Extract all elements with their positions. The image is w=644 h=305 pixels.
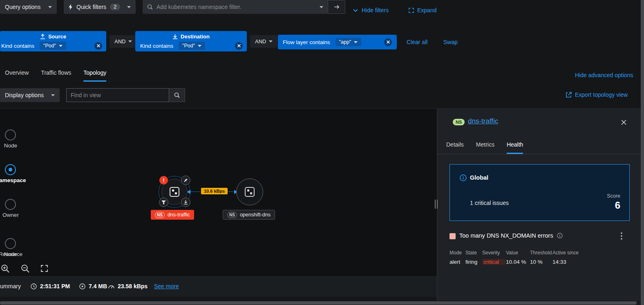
hide-filters-link[interactable]: Hide filters bbox=[353, 7, 389, 13]
info-icon[interactable] bbox=[557, 233, 563, 238]
node-label-dns-traffic[interactable]: NS dns-traffic bbox=[151, 210, 194, 220]
and-operator-dropdown-1[interactable]: AND bbox=[110, 35, 137, 48]
node-pin-badge[interactable] bbox=[181, 176, 190, 185]
flow-layer-value-chip[interactable]: "app" bbox=[335, 38, 362, 46]
close-panel-button[interactable] bbox=[621, 120, 626, 125]
capture-time-value: 2:51:31 PM bbox=[40, 283, 70, 289]
pin-icon bbox=[183, 178, 188, 183]
quick-filters-label: Quick filters bbox=[76, 4, 106, 10]
scope-node-label: Node bbox=[0, 142, 35, 149]
display-options-dropdown[interactable]: Display options bbox=[0, 88, 60, 102]
fit-to-screen-button[interactable] bbox=[41, 265, 48, 272]
caret-down-icon bbox=[269, 40, 273, 42]
clock-icon bbox=[31, 283, 37, 289]
alert-title-row: Too many DNS NX_DOMAIN errors bbox=[459, 232, 563, 239]
find-search-button[interactable] bbox=[169, 88, 185, 102]
and-operator-dropdown-2[interactable]: AND bbox=[250, 35, 277, 48]
col-active-since: Active since bbox=[552, 250, 589, 256]
tab-traffic-flows[interactable]: Traffic flows bbox=[41, 69, 71, 82]
search-icon bbox=[147, 4, 153, 10]
scope-namespace-step[interactable] bbox=[5, 164, 16, 175]
filter-icon bbox=[161, 200, 166, 205]
node-label-openshift-dns[interactable]: NS openshift-dns bbox=[223, 210, 275, 220]
find-in-view-input[interactable] bbox=[66, 88, 169, 102]
source-field-label: Kind contains bbox=[1, 43, 34, 49]
caret-down-icon[interactable] bbox=[320, 6, 323, 8]
severity-swatch bbox=[449, 233, 456, 239]
panel-title-link[interactable]: dns-traffic bbox=[468, 117, 498, 125]
global-health-card: Global 1 critical issues Score 6 bbox=[449, 164, 630, 221]
scope-owner-label: Owner bbox=[0, 212, 35, 218]
display-options-label: Display options bbox=[5, 92, 44, 98]
panel-resize-handle[interactable] bbox=[435, 200, 438, 209]
node-alert-badge[interactable]: ! bbox=[159, 176, 168, 185]
remove-destination-filter-button[interactable] bbox=[235, 42, 243, 50]
destination-field-label: Kind contains bbox=[140, 43, 173, 49]
and-label: AND bbox=[114, 38, 125, 45]
speedometer-icon bbox=[108, 283, 114, 289]
summary-label-wrap: Summary bbox=[0, 283, 21, 289]
tab-details[interactable]: Details bbox=[446, 141, 464, 154]
tab-overview[interactable]: Overview bbox=[5, 69, 29, 82]
capture-time: 2:51:31 PM bbox=[31, 283, 70, 289]
apply-filter-button[interactable] bbox=[328, 0, 345, 14]
quick-filters-dropdown[interactable]: Quick filters 2 bbox=[64, 0, 136, 14]
caret-down-icon bbox=[51, 94, 55, 96]
destination-icon bbox=[172, 34, 178, 39]
hide-advanced-options-link[interactable]: Hide advanced options bbox=[575, 72, 633, 78]
col-mode: Mode bbox=[449, 250, 465, 256]
swap-filters-link[interactable]: Swap bbox=[443, 39, 458, 45]
scope-owner-step[interactable] bbox=[5, 199, 16, 210]
exclamation-icon: ! bbox=[163, 177, 164, 183]
remove-source-filter-button[interactable] bbox=[94, 42, 102, 50]
alert-threshold: 10 % bbox=[530, 259, 552, 265]
export-topology-link[interactable]: Export topology view bbox=[566, 91, 628, 98]
global-card-title: Global bbox=[470, 174, 488, 181]
flow-layer-filter-group: Flow layer contains "app" bbox=[278, 35, 397, 49]
destination-value-chip[interactable]: "Pod" bbox=[179, 42, 205, 50]
source-value: "Pod" bbox=[43, 43, 56, 49]
tab-health[interactable]: Health bbox=[507, 141, 523, 154]
critical-issues-text: 1 critical issues bbox=[470, 200, 509, 206]
tab-topology[interactable]: Topology bbox=[83, 69, 106, 82]
namespace-badge: NS bbox=[227, 212, 237, 218]
alert-mode: alert bbox=[449, 259, 465, 265]
source-filter-group: Source Kind contains "Pod" bbox=[0, 31, 106, 51]
caret-down-icon bbox=[198, 45, 201, 47]
summary-status-bar: Summary 2:51:31 PM 7.4 MB 23.58 kBps See… bbox=[0, 276, 437, 297]
info-icon bbox=[460, 174, 467, 181]
node-step-into-badge[interactable] bbox=[181, 198, 190, 207]
scope-namespace-label: Namespace bbox=[0, 177, 35, 183]
horizontal-scrollbar[interactable] bbox=[0, 301, 641, 305]
node-openshift-dns[interactable] bbox=[236, 178, 263, 205]
caret-down-icon bbox=[127, 6, 131, 8]
kebab-menu-button[interactable] bbox=[618, 232, 625, 240]
zoom-in-button[interactable] bbox=[1, 264, 9, 273]
namespace-filter-search[interactable] bbox=[143, 0, 328, 14]
col-value: Value bbox=[506, 250, 530, 256]
expand-link[interactable]: Expand bbox=[409, 7, 436, 13]
zoom-out-button[interactable] bbox=[21, 264, 29, 273]
panel-tabs-divider bbox=[437, 154, 641, 154]
expand-icon bbox=[409, 8, 414, 13]
total-bytes-value: 7.4 MB bbox=[89, 283, 107, 289]
namespace-icon bbox=[244, 186, 256, 198]
arrow-down-icon bbox=[183, 200, 188, 205]
lightning-icon bbox=[69, 4, 73, 10]
scope-node-step[interactable] bbox=[5, 238, 16, 249]
tab-metrics[interactable]: Metrics bbox=[476, 141, 494, 154]
score-block: Score 6 bbox=[607, 193, 620, 211]
source-value-chip[interactable]: "Pod" bbox=[40, 42, 66, 50]
clear-all-filters-link[interactable]: Clear all bbox=[407, 39, 427, 45]
alert-table-header: Mode State Severity Value Threshold Acti… bbox=[449, 250, 589, 256]
see-more-link[interactable]: See more bbox=[154, 283, 179, 289]
vertical-scrollbar[interactable] bbox=[641, 0, 644, 305]
scope-node-step[interactable] bbox=[5, 129, 16, 140]
col-threshold: Threshold bbox=[530, 250, 552, 256]
query-options-dropdown[interactable]: Query options bbox=[0, 0, 57, 14]
edge-rate-label[interactable]: 10.6 kBps bbox=[201, 188, 228, 194]
node-filter-badge[interactable] bbox=[159, 198, 168, 207]
namespace-filter-input[interactable] bbox=[157, 4, 316, 10]
total-bytes: 7.4 MB bbox=[79, 283, 107, 289]
remove-flow-layer-filter-button[interactable] bbox=[384, 38, 392, 46]
